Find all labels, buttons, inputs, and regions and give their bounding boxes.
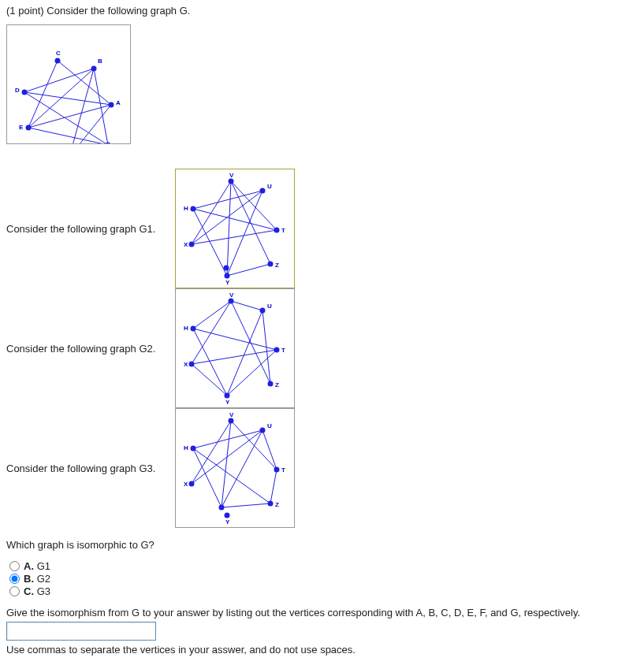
svg-line-25 [193, 191, 262, 209]
svg-text:U: U [267, 422, 272, 429]
graph-G1-svg: HTUVXYZ [176, 169, 294, 288]
svg-line-77 [193, 448, 221, 507]
svg-line-34 [192, 230, 277, 244]
option-b-radio[interactable] [9, 574, 20, 584]
graph-G3-svg: HTUVXYZ [176, 409, 294, 527]
svg-text:Y: Y [225, 518, 230, 526]
option-a-radio[interactable] [9, 561, 20, 571]
svg-text:U: U [267, 303, 272, 310]
svg-point-63 [274, 347, 280, 353]
svg-text:Z: Z [275, 381, 279, 388]
svg-line-30 [227, 181, 231, 276]
svg-line-35 [227, 264, 270, 276]
svg-point-36 [191, 206, 196, 212]
svg-point-41 [189, 242, 195, 247]
g2-label: Consider the following graph G2. [6, 343, 175, 355]
which-question: Which graph is isomorphic to G? [6, 539, 638, 551]
svg-text:Y: Y [225, 399, 230, 406]
svg-point-88 [274, 467, 280, 473]
svg-point-17 [106, 143, 111, 144]
svg-line-85 [270, 470, 277, 503]
option-a-letter: A. [24, 560, 34, 572]
svg-line-83 [192, 430, 262, 484]
svg-point-13 [55, 58, 61, 64]
option-b-text: G2 [37, 573, 50, 585]
svg-text:Z: Z [275, 262, 279, 269]
svg-text:B: B [98, 58, 102, 65]
svg-line-59 [192, 364, 227, 396]
svg-point-65 [229, 299, 234, 304]
svg-text:E: E [19, 124, 24, 131]
option-c-letter: C. [24, 585, 34, 597]
svg-line-33 [192, 191, 262, 244]
svg-text:H: H [184, 444, 188, 451]
option-c-radio[interactable] [9, 586, 20, 596]
svg-point-43 [268, 262, 274, 267]
iso-answer-input[interactable] [6, 622, 156, 641]
intro-text: Consider the following graph G. [47, 5, 190, 17]
svg-point-92 [189, 481, 195, 487]
points-label: (1 point) [6, 5, 44, 17]
svg-point-89 [260, 428, 266, 433]
svg-point-93 [225, 513, 230, 518]
svg-line-76 [193, 430, 262, 448]
svg-text:H: H [184, 325, 188, 332]
svg-point-40 [224, 266, 229, 271]
svg-text:X: X [184, 361, 188, 368]
svg-line-60 [192, 301, 231, 364]
svg-text:V: V [229, 172, 234, 179]
graph-G3-box: HTUVXYZ [175, 408, 295, 528]
svg-line-84 [262, 430, 277, 470]
svg-text:T: T [281, 347, 285, 354]
svg-point-38 [260, 188, 266, 194]
svg-point-12 [91, 66, 97, 72]
svg-point-39 [229, 179, 234, 184]
svg-point-67 [225, 393, 230, 399]
svg-text:D: D [15, 87, 20, 94]
svg-text:T: T [281, 227, 285, 234]
svg-line-27 [193, 209, 227, 276]
svg-text:Y: Y [225, 279, 230, 286]
svg-text:U: U [267, 183, 272, 190]
svg-line-31 [192, 181, 231, 244]
svg-point-64 [260, 308, 266, 314]
svg-text:H: H [184, 205, 188, 212]
graph-G-svg: ABCDEFG [7, 25, 130, 143]
g3-label: Consider the following graph G3. [6, 463, 175, 474]
svg-point-11 [109, 102, 114, 108]
svg-point-66 [189, 362, 195, 367]
g1-label: Consider the following graph G1. [6, 223, 175, 235]
graph-G2-box: HTUVXYZ [175, 288, 295, 408]
svg-text:Z: Z [275, 501, 279, 508]
svg-line-4 [24, 69, 94, 92]
svg-point-90 [229, 418, 234, 424]
svg-text:C: C [56, 50, 61, 57]
svg-text:X: X [184, 481, 188, 488]
svg-point-62 [191, 326, 196, 332]
graph-G2-svg: HTUVXYZ [176, 289, 294, 407]
svg-line-55 [262, 310, 270, 384]
svg-line-53 [193, 329, 227, 396]
svg-point-94 [268, 501, 274, 507]
iso-note: Use commas to separate the vertices in y… [6, 644, 638, 656]
iso-prompt: Give the isomorphism from G to your answ… [6, 607, 638, 619]
svg-text:T: T [281, 466, 285, 474]
svg-text:V: V [229, 411, 234, 418]
svg-line-52 [193, 329, 277, 350]
svg-text:V: V [229, 292, 234, 299]
svg-point-87 [191, 446, 196, 451]
svg-point-14 [22, 90, 28, 95]
option-b-letter: B. [24, 573, 34, 585]
option-a-text: G1 [37, 560, 50, 572]
svg-point-15 [26, 125, 32, 131]
svg-point-37 [274, 228, 280, 233]
svg-line-10 [28, 128, 108, 143]
options-group: A. G1 B. G2 C. G3 [6, 560, 638, 597]
svg-line-54 [231, 301, 262, 310]
svg-point-42 [225, 273, 230, 279]
svg-point-91 [219, 505, 225, 511]
graph-G1-box: HTUVXYZ [175, 169, 295, 288]
graph-G-box: ABCDEFG [6, 24, 131, 144]
question-header: (1 point) Consider the following graph G… [6, 5, 638, 17]
svg-line-8 [28, 61, 58, 128]
